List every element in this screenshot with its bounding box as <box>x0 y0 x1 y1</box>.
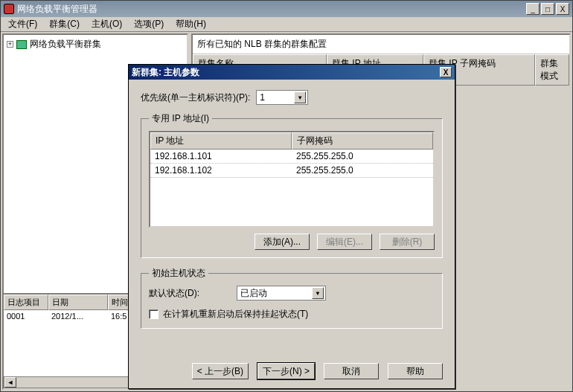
tree-expand-icon[interactable]: + <box>7 41 13 48</box>
log-cell-date: 2012/1... <box>48 310 108 322</box>
dialog-nav-buttons: < 上一步(B) 下一步(N) > 取消 帮助 <box>129 357 455 388</box>
ip-row[interactable]: 192.168.1.102 255.255.255.0 <box>150 164 433 178</box>
ip-list[interactable]: IP 地址 子网掩码 192.168.1.101 255.255.255.0 1… <box>149 131 435 228</box>
dropdown-icon[interactable]: ▼ <box>312 287 324 299</box>
default-state-value: 已启动 <box>240 287 267 300</box>
host-params-dialog: 新群集: 主机参数 X 优先级(单一主机标识符)(P): 1 ▼ 专用 IP 地… <box>128 64 455 389</box>
dedicated-ip-group: 专用 IP 地址(I) IP 地址 子网掩码 192.168.1.101 255… <box>141 112 443 258</box>
priority-label: 优先级(单一主机标识符)(P): <box>141 91 250 104</box>
maximize-button[interactable]: □ <box>541 3 554 15</box>
edit-button[interactable]: 编辑(E)... <box>317 234 372 250</box>
menu-help[interactable]: 帮助(H) <box>171 16 211 32</box>
scroll-left-icon[interactable]: ◄ <box>4 377 16 388</box>
ip-col-ip[interactable]: IP 地址 <box>150 132 292 150</box>
log-col-date[interactable]: 日期 <box>48 295 108 310</box>
remove-button[interactable]: 删除(R) <box>380 234 435 250</box>
dialog-titlebar: 新群集: 主机参数 X <box>129 65 455 80</box>
window-title: 网络负载平衡管理器 <box>17 3 97 16</box>
log-cell-item: 0001 <box>4 310 48 322</box>
default-state-label: 默认状态(D): <box>149 287 231 300</box>
initial-state-legend: 初始主机状态 <box>149 267 208 280</box>
add-button[interactable]: 添加(A)... <box>255 234 310 250</box>
next-button[interactable]: 下一步(N) > <box>257 363 315 379</box>
ip-col-mask[interactable]: 子网掩码 <box>292 132 433 150</box>
dialog-title: 新群集: 主机参数 <box>132 66 199 79</box>
help-button[interactable]: 帮助 <box>388 363 443 379</box>
minimize-button[interactable]: _ <box>526 3 540 15</box>
priority-select[interactable]: 1 ▼ <box>256 90 308 105</box>
menubar: 文件(F) 群集(C) 主机(O) 选项(P) 帮助(H) <box>1 17 572 32</box>
initial-state-group: 初始主机状态 默认状态(D): 已启动 ▼ 在计算机重新启动后保持挂起状态(T) <box>141 267 443 329</box>
cluster-icon <box>16 40 27 49</box>
retain-suspend-checkbox[interactable] <box>149 309 159 319</box>
close-button[interactable]: X <box>556 3 569 15</box>
titlebar: 网络负载平衡管理器 _ □ X <box>1 1 572 17</box>
app-icon <box>4 4 14 14</box>
dedicated-ip-legend: 专用 IP 地址(I) <box>149 112 212 125</box>
menu-file[interactable]: 文件(F) <box>4 16 42 32</box>
log-col-item[interactable]: 日志项目 <box>4 295 48 310</box>
ip-cell-mask: 255.255.255.0 <box>292 150 433 163</box>
ip-cell-mask: 255.255.255.0 <box>292 164 433 177</box>
tree-root-node[interactable]: + 网络负载平衡群集 <box>7 38 184 51</box>
menu-host[interactable]: 主机(O) <box>87 16 127 32</box>
retain-suspend-label: 在计算机重新启动后保持挂起状态(T) <box>163 308 308 321</box>
tree-root-label: 网络负载平衡群集 <box>30 38 101 51</box>
back-button[interactable]: < 上一步(B) <box>192 363 249 379</box>
priority-value: 1 <box>260 92 265 103</box>
main-window: 网络负载平衡管理器 _ □ X 文件(F) 群集(C) 主机(O) 选项(P) … <box>0 0 573 392</box>
ip-cell-ip: 192.168.1.102 <box>150 164 292 177</box>
default-state-select[interactable]: 已启动 ▼ <box>237 286 326 301</box>
menu-cluster[interactable]: 群集(C) <box>45 16 84 32</box>
dialog-close-button[interactable]: X <box>440 67 452 77</box>
ip-row[interactable]: 192.168.1.101 255.255.255.0 <box>150 150 433 164</box>
ip-cell-ip: 192.168.1.101 <box>150 150 292 163</box>
cancel-button[interactable]: 取消 <box>324 363 379 379</box>
menu-options[interactable]: 选项(P) <box>129 16 168 32</box>
col-cluster-mode[interactable]: 群集模式 <box>535 54 569 86</box>
cluster-config-title: 所有已知的 NLB 群集的群集配置 <box>193 35 569 54</box>
dropdown-icon[interactable]: ▼ <box>294 91 306 103</box>
